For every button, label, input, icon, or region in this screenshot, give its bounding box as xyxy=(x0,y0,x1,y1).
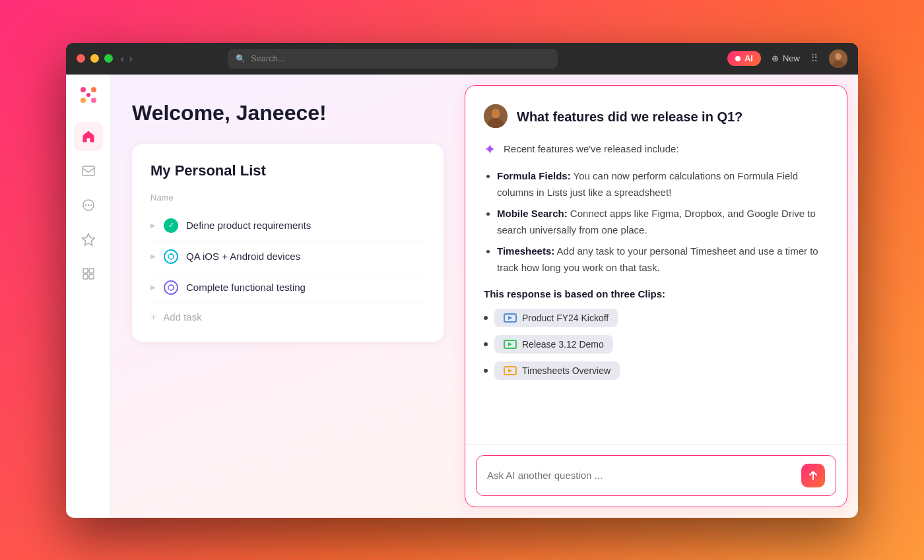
plus-icon: ⊕ xyxy=(772,53,779,63)
new-button[interactable]: ⊕ New xyxy=(772,53,800,63)
list-item: Mobile Search: Connect apps like Figma, … xyxy=(497,205,828,239)
table-row: ▶ QA iOS + Android devices xyxy=(150,241,425,272)
sidebar-item-home[interactable] xyxy=(74,122,103,151)
minimize-button[interactable] xyxy=(90,54,99,63)
ai-send-button[interactable] xyxy=(801,464,825,487)
logo xyxy=(77,85,100,109)
svg-point-7 xyxy=(91,98,96,103)
ai-panel: What features did we release in Q1? ✦ Re… xyxy=(465,85,847,507)
expand-icon[interactable]: ▶ xyxy=(150,222,156,229)
task-name: QA iOS + Android devices xyxy=(186,251,300,262)
col-header-name: Name xyxy=(150,193,425,202)
svg-rect-15 xyxy=(89,268,94,273)
ai-features-list: Formula Fields: You can now perform calc… xyxy=(497,168,828,276)
titlebar: ‹ › 🔍 Search... AI ⊕ New ⠿ xyxy=(66,43,858,75)
svg-point-23 xyxy=(492,109,500,117)
status-in-progress-icon xyxy=(164,249,178,264)
clip-label: Timesheets Overview xyxy=(522,365,610,376)
table-row: ▶ Complete functional testing xyxy=(150,272,425,303)
list-card-title: My Personal List xyxy=(150,162,425,179)
clip-video-icon: ▶ xyxy=(504,313,517,323)
sparkle-icon: ✦ xyxy=(484,141,496,158)
status-done-icon: ✓ xyxy=(164,218,178,233)
svg-point-3 xyxy=(836,53,842,59)
clip-badge[interactable]: ▶ Product FY24 Kickoff xyxy=(494,309,618,327)
titlebar-right: AI ⊕ New ⠿ xyxy=(727,49,847,68)
list-item: Timesheets: Add any task to your persona… xyxy=(497,243,828,276)
svg-point-6 xyxy=(81,98,86,103)
svg-point-11 xyxy=(84,204,86,205)
clip-bullet xyxy=(484,342,488,346)
nav-arrows: ‹ › xyxy=(121,53,132,64)
add-task-row[interactable]: + Add task xyxy=(150,303,425,323)
logo-icon xyxy=(78,84,99,109)
svg-point-5 xyxy=(91,87,96,92)
table-row: ▶ ✓ Define product requirements xyxy=(150,210,425,241)
status-partial-icon xyxy=(164,280,178,295)
search-bar[interactable]: 🔍 Search... xyxy=(228,49,558,69)
sidebar-item-messages[interactable] xyxy=(74,191,103,220)
traffic-lights xyxy=(77,54,113,63)
ai-input-wrap xyxy=(465,444,847,507)
clip-label: Release 3.12 Demo xyxy=(522,339,604,350)
clip-badge[interactable]: ▶ Timesheets Overview xyxy=(494,361,620,380)
ai-question-text: What features did we release in Q1? xyxy=(517,104,742,125)
add-task-label: Add task xyxy=(163,311,201,323)
user-avatar[interactable] xyxy=(829,49,847,68)
clip-item: ▶ Timesheets Overview xyxy=(484,361,828,380)
search-icon: 🔍 xyxy=(236,54,246,63)
ai-input-box xyxy=(476,455,836,496)
ai-input[interactable] xyxy=(487,470,795,481)
clip-video-icon: ▶ xyxy=(504,366,517,375)
ai-user-avatar xyxy=(484,104,508,128)
ai-question-row: What features did we release in Q1? xyxy=(484,104,828,128)
svg-point-12 xyxy=(87,204,88,205)
ai-content: What features did we release in Q1? ✦ Re… xyxy=(465,86,847,444)
left-panel: Welcome, Janeece! My Personal List Name … xyxy=(111,75,465,518)
search-placeholder: Search... xyxy=(251,53,285,63)
add-icon: + xyxy=(150,311,156,323)
svg-rect-17 xyxy=(89,274,94,279)
svg-rect-14 xyxy=(83,268,88,273)
task-name: Define product requirements xyxy=(186,220,311,231)
svg-rect-16 xyxy=(83,274,88,279)
ai-label: AI xyxy=(744,53,753,63)
sidebar-item-favorites[interactable] xyxy=(74,225,103,254)
new-label: New xyxy=(783,53,800,63)
svg-point-13 xyxy=(90,204,91,205)
ai-intro-text: Recent features we've released include: xyxy=(504,141,679,157)
expand-icon[interactable]: ▶ xyxy=(150,253,156,260)
svg-point-8 xyxy=(86,93,90,97)
clip-bullet xyxy=(484,369,488,373)
svg-rect-9 xyxy=(82,166,94,175)
main-content: Welcome, Janeece! My Personal List Name … xyxy=(66,75,858,518)
list-item: Formula Fields: You can now perform calc… xyxy=(497,168,828,201)
clip-item: ▶ Product FY24 Kickoff xyxy=(484,309,828,327)
clip-item: ▶ Release 3.12 Demo xyxy=(484,335,828,354)
expand-icon[interactable]: ▶ xyxy=(150,284,156,291)
task-name: Complete functional testing xyxy=(186,282,306,293)
ai-sparkle-row: ✦ Recent features we've released include… xyxy=(484,141,828,158)
back-arrow[interactable]: ‹ xyxy=(121,53,124,64)
clips-section-title: This response is based on three Clips: xyxy=(484,288,828,299)
personal-list-card: My Personal List Name ▶ ✓ Define product… xyxy=(132,144,444,342)
clip-video-icon: ▶ xyxy=(504,340,517,349)
app-window: ‹ › 🔍 Search... AI ⊕ New ⠿ xyxy=(66,43,858,518)
close-button[interactable] xyxy=(77,54,85,63)
sidebar xyxy=(66,75,111,518)
welcome-title: Welcome, Janeece! xyxy=(132,101,444,125)
clip-bullet xyxy=(484,316,488,320)
content-area: Welcome, Janeece! My Personal List Name … xyxy=(111,75,858,518)
grid-icon[interactable]: ⠿ xyxy=(810,52,818,65)
ai-dot xyxy=(735,56,741,61)
forward-arrow[interactable]: › xyxy=(129,53,133,64)
sidebar-item-inbox[interactable] xyxy=(74,156,103,185)
clip-label: Product FY24 Kickoff xyxy=(522,313,609,323)
ai-badge[interactable]: AI xyxy=(727,51,761,66)
clip-badge[interactable]: ▶ Release 3.12 Demo xyxy=(494,335,613,354)
maximize-button[interactable] xyxy=(104,54,113,63)
svg-point-4 xyxy=(81,87,86,92)
sidebar-item-grid[interactable] xyxy=(74,259,103,288)
